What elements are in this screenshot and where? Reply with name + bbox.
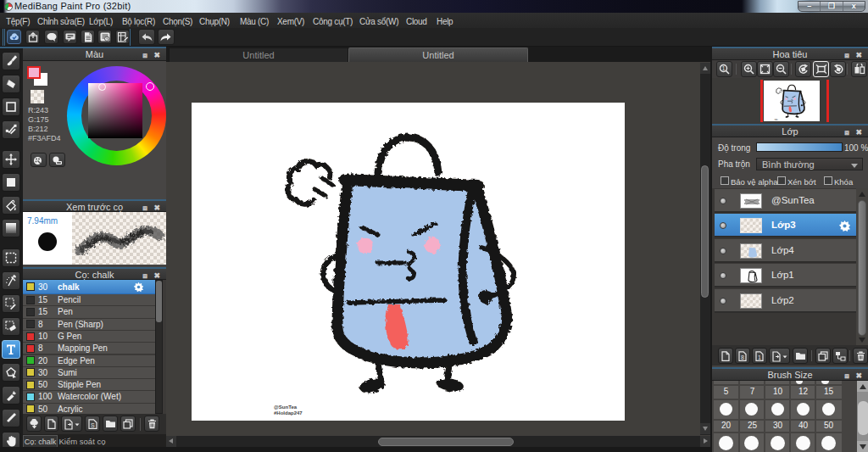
svg-text:1: 1 — [722, 65, 726, 71]
svg-text:1: 1 — [758, 354, 761, 360]
svg-text:#Holdap247: #Holdap247 — [274, 410, 303, 416]
svg-text:@SunTea: @SunTea — [274, 405, 298, 410]
svg-text:8: 8 — [741, 354, 744, 360]
svg-text:S: S — [91, 422, 95, 428]
